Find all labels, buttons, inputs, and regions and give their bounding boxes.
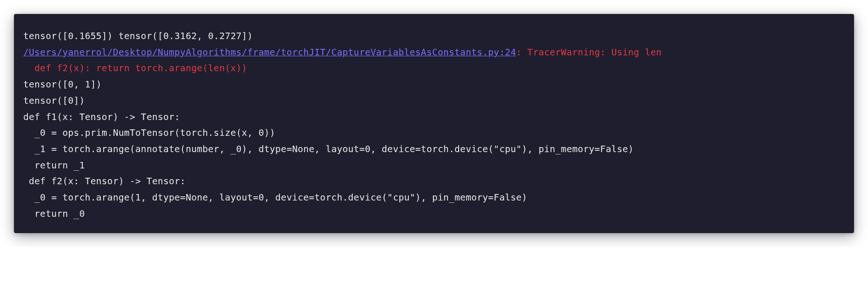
terminal-window: , , , , , , , , , , , , , , , , , , , , …	[14, 14, 854, 233]
output-text: tensor([0])	[23, 95, 85, 106]
terminal-line: def f2(x: Tensor) -> Tensor:	[23, 174, 845, 190]
terminal-output[interactable]: tensor([0.1655]) tensor([0.3162, 0.2727]…	[23, 28, 845, 222]
truncated-line-fragment: , , , , , , , , , , , , , , , , , , , , …	[23, 22, 845, 26]
output-text: tensor([0, 1])	[23, 79, 102, 90]
output-text: tensor([0.1655]) tensor([0.3162, 0.2727]…	[23, 31, 253, 41]
terminal-line: def f1(x: Tensor) -> Tensor:	[23, 109, 845, 126]
terminal-line: def f2(x): return torch.arange(len(x))	[23, 60, 845, 77]
terminal-line: return _1	[23, 158, 845, 174]
terminal-line: _0 = ops.prim.NumToTensor(torch.size(x, …	[23, 125, 845, 141]
terminal-line: tensor([0.1655]) tensor([0.3162, 0.2727]…	[23, 28, 845, 45]
error-text: : TracerWarning: Using len	[516, 47, 662, 58]
terminal-line: return _0	[23, 206, 845, 222]
output-text: return _1	[23, 160, 85, 171]
output-text: return _0	[23, 208, 85, 219]
terminal-line: tensor([0])	[23, 93, 845, 109]
output-text: def f1(x: Tensor) -> Tensor:	[23, 112, 180, 122]
output-text: def f2(x: Tensor) -> Tensor:	[23, 176, 186, 187]
terminal-line: _0 = torch.arange(1, dtype=None, layout=…	[23, 190, 845, 206]
error-text: def f2(x): return torch.arange(len(x))	[23, 63, 247, 74]
output-text: _1 = torch.arange(annotate(number, _0), …	[23, 144, 634, 154]
file-path-link[interactable]: /Users/yanerrol/Desktop/NumpyAlgorithms/…	[23, 47, 516, 58]
terminal-line: _1 = torch.arange(annotate(number, _0), …	[23, 141, 845, 158]
terminal-line: tensor([0, 1])	[23, 77, 845, 93]
terminal-line: /Users/yanerrol/Desktop/NumpyAlgorithms/…	[23, 45, 845, 61]
output-text: _0 = torch.arange(1, dtype=None, layout=…	[23, 192, 527, 203]
output-text: _0 = ops.prim.NumToTensor(torch.size(x, …	[23, 127, 275, 138]
